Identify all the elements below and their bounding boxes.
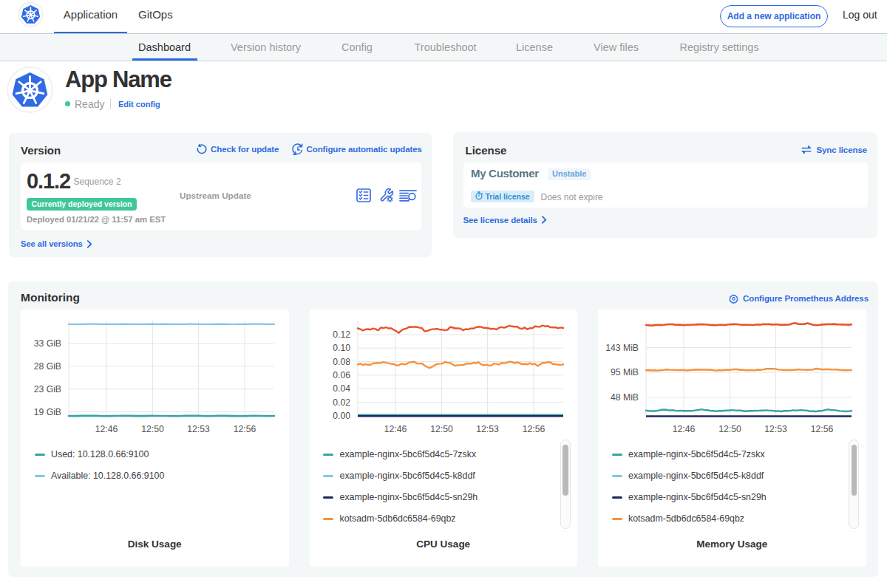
svg-text:12:50: 12:50: [430, 423, 453, 434]
svg-text:12:56: 12:56: [522, 423, 545, 434]
svg-text:95 MiB: 95 MiB: [611, 367, 639, 377]
svg-text:0.06: 0.06: [333, 370, 350, 380]
svg-text:12:53: 12:53: [476, 423, 499, 434]
svg-text:12:56: 12:56: [234, 423, 256, 434]
svg-text:19 GiB: 19 GiB: [34, 406, 61, 417]
svg-text:0.08: 0.08: [333, 356, 350, 366]
svg-text:0.00: 0.00: [333, 411, 350, 421]
svg-text:0.10: 0.10: [333, 343, 350, 353]
svg-text:0.02: 0.02: [333, 397, 350, 407]
svg-text:33 GiB: 33 GiB: [34, 338, 61, 349]
svg-text:12:53: 12:53: [187, 423, 210, 434]
svg-text:0.12: 0.12: [333, 329, 350, 340]
svg-text:12:50: 12:50: [718, 423, 741, 434]
svg-text:28 GiB: 28 GiB: [34, 361, 61, 372]
svg-text:143 MiB: 143 MiB: [605, 342, 639, 352]
svg-text:0.04: 0.04: [333, 383, 350, 394]
svg-text:23 GiB: 23 GiB: [34, 383, 61, 394]
svg-text:12:46: 12:46: [95, 423, 118, 434]
svg-text:12:46: 12:46: [673, 423, 696, 434]
svg-text:12:56: 12:56: [811, 423, 834, 434]
svg-text:12:53: 12:53: [764, 423, 787, 434]
svg-text:48 MiB: 48 MiB: [611, 392, 639, 403]
svg-text:12:50: 12:50: [141, 423, 164, 434]
svg-text:12:46: 12:46: [384, 423, 407, 434]
